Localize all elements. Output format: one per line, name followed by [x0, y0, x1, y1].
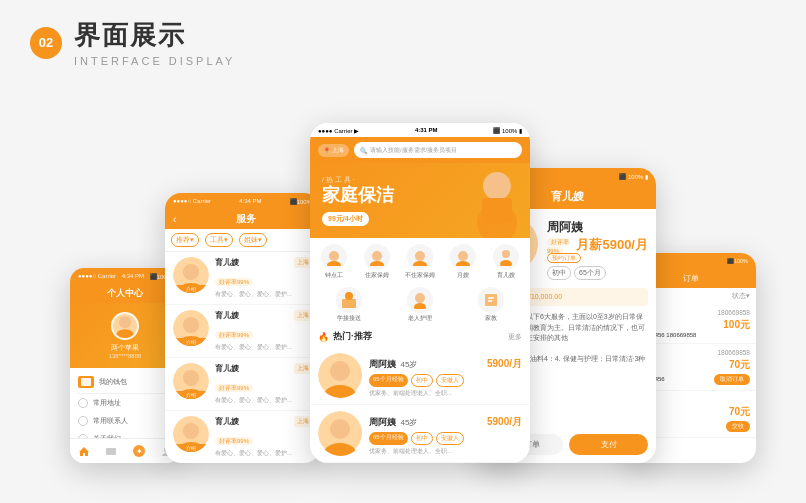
header: 02 界面展示 INTERFACE DISPLAY — [30, 18, 235, 67]
contacts-item[interactable]: 常用联系人 — [78, 412, 172, 430]
service-rating-row-4: 好评率99% — [215, 429, 312, 447]
svg-point-42 — [330, 361, 350, 381]
tutor-icon — [478, 287, 504, 313]
svg-point-36 — [415, 293, 425, 303]
phone2-header: ‹ 服务 — [165, 209, 320, 229]
service-tags-2: 有爱心、爱心、爱心、爱护... — [215, 343, 312, 352]
bottom-nav-orders[interactable]: ✦ — [132, 444, 146, 458]
worker-photo-2 — [318, 411, 363, 456]
banner-title: 家庭保洁 — [322, 185, 394, 207]
phone2-nav: ‹ 服务 — [173, 212, 312, 226]
svg-point-29 — [413, 261, 427, 266]
service-icon-tutor[interactable]: 家教 — [457, 287, 526, 322]
status-bar-1: ●●●●○ Carrier 4:34 PM ⬛100% — [70, 268, 180, 284]
banner: / 热 工 具 · 家庭保洁 99元/4小时 — [310, 163, 530, 238]
service-rating-row-3: 好评率99% — [215, 376, 312, 394]
svg-point-25 — [327, 261, 341, 266]
worker-name-age-1: 周阿姨 45岁 — [369, 353, 417, 371]
phone1-user-header: 两个苹果 138****8888 — [70, 303, 180, 368]
worker-profile-name-row: 周阿姨 月薪5900/月 — [547, 217, 648, 236]
service-icon-childcare[interactable]: 育儿嫂 — [485, 244, 526, 279]
tag-origin-1: 安徽人 — [436, 374, 464, 387]
contacts-icon — [78, 416, 88, 426]
bottom-nav-home[interactable] — [78, 446, 90, 456]
location-icon: 📍 — [323, 147, 330, 154]
wallet-item[interactable]: 我的钱包 — [78, 371, 172, 394]
phones-container: ●●●●○ Carrier 4:34 PM ⬛100% 个人中心 两个苹果 — [20, 75, 786, 483]
phone-main: ●●●● Carrier ▶ 4:31 PM ⬛ 100% ▮ 📍 上海 🔍 请… — [310, 123, 530, 463]
address-label: 常用地址 — [93, 398, 121, 408]
tab-sisters[interactable]: 姐妹▾ — [239, 233, 267, 247]
svg-point-28 — [415, 251, 425, 261]
more-link[interactable]: 更多 — [508, 332, 522, 342]
location-tag[interactable]: 📍 上海 — [318, 144, 349, 157]
search-box[interactable]: 🔍 请输入技能/服务需求/服务员项目 — [354, 142, 522, 158]
back-arrow-icon[interactable]: ‹ — [173, 214, 176, 225]
filter-button[interactable]: 状态▾ — [732, 291, 750, 301]
live-in-icon — [364, 244, 390, 270]
tag-edu-1: 初中 — [411, 374, 433, 387]
pay-button[interactable]: 支付 — [569, 434, 648, 455]
worker-name-row-2: 周阿姨 45岁 5900/月 — [369, 411, 522, 429]
address-item[interactable]: 常用地址 — [78, 394, 172, 412]
service-avatar-2: 介绍 — [173, 310, 209, 346]
service-title-row-4: 育儿嫂 上海 — [215, 416, 312, 427]
service-avatar-4: 介绍 — [173, 416, 209, 452]
bottom-nav-service[interactable] — [105, 446, 117, 456]
svg-point-10 — [183, 264, 199, 280]
banner-price: 99元/4小时 — [322, 212, 369, 226]
service-title-row-2: 育儿嫂 上海 — [215, 310, 312, 321]
rating-badge-2: 好评率99% — [215, 331, 253, 339]
svg-rect-4 — [106, 448, 116, 455]
service-icon-live-in[interactable]: 住家保姆 — [357, 244, 398, 279]
svg-point-33 — [500, 260, 512, 266]
service-rating-row-1: 好评率99% — [215, 270, 312, 288]
service-icons-row2: 学接接送 老人护理 家教 — [310, 285, 530, 326]
worker-card-1: 周阿姨 45岁 5900/月 65个月经验 初中 安徽人 优家务、前端处理老人、… — [310, 347, 530, 405]
tab-recommend[interactable]: 推荐▾ — [171, 233, 199, 247]
service-info-2: 育儿嫂 上海 好评率99% 有爱心、爱心、爱心、爱护... — [215, 310, 312, 352]
worker-photo-1 — [318, 353, 363, 398]
live-in-label: 住家保姆 — [365, 272, 389, 279]
svg-point-0 — [119, 316, 131, 328]
service-icon-hourly[interactable]: 钟点工 — [314, 244, 355, 279]
service-icon-maternity[interactable]: 月嫂 — [442, 244, 483, 279]
tutor-label: 家教 — [485, 315, 497, 322]
phone1-navbar: 个人中心 — [70, 284, 180, 303]
deliver-btn-3[interactable]: 交收 — [726, 421, 750, 432]
service-name-4: 育儿嫂 — [215, 416, 239, 427]
tag-experience-2: 65个月经验 — [369, 432, 408, 445]
service-icon-elder[interactable]: 老人护理 — [385, 287, 454, 322]
banner-content: / 热 工 具 · 家庭保洁 99元/4小时 — [322, 175, 394, 226]
location-text: 上海 — [332, 146, 344, 155]
svg-point-24 — [329, 251, 339, 261]
service-card-1: 介绍 育儿嫂 上海 好评率99% 有爱心、爱心、爱心、爱护... — [165, 252, 320, 305]
page-container: 02 界面展示 INTERFACE DISPLAY ●●●●○ Carrier … — [0, 0, 806, 503]
contacts-label: 常用联系人 — [93, 416, 128, 426]
order-id-2: 180669858 — [717, 349, 750, 356]
svg-point-16 — [183, 370, 199, 386]
worker-price-2: 5900/月 — [487, 416, 522, 427]
service-tags-3: 有爱心、爱心、爱心、爱护... — [215, 396, 312, 405]
page-title: 界面展示 — [74, 18, 235, 53]
worker-age-2: 45岁 — [400, 418, 417, 427]
service-icon-live-out[interactable]: 不住家保姆 — [400, 244, 441, 279]
tab-tools[interactable]: 工具▾ — [205, 233, 233, 247]
worker-name-age-2: 周阿姨 45岁 — [369, 411, 417, 429]
svg-point-30 — [458, 251, 468, 261]
phone2-tabs: 推荐▾ 工具▾ 姐妹▾ — [165, 229, 320, 252]
worker-name-2: 周阿姨 — [369, 417, 396, 427]
intro-label-1: 介绍 — [173, 285, 209, 293]
school-label: 学接接送 — [337, 315, 361, 322]
fire-icon: 🔥 — [318, 332, 329, 342]
search-placeholder: 请输入技能/服务需求/服务员项目 — [370, 147, 457, 154]
service-avatar-3: 介绍 — [173, 363, 209, 399]
service-tags-4: 有爱心、爱心、爱心、爱护... — [215, 449, 312, 458]
maternity-icon — [450, 244, 476, 270]
cancel-order-btn-2[interactable]: 取消订单 — [714, 374, 750, 385]
service-icon-school[interactable]: 学接接送 — [314, 287, 383, 322]
svg-marker-3 — [79, 447, 89, 456]
svg-point-21 — [483, 172, 511, 200]
user-name: 两个苹果 — [111, 343, 139, 353]
worker-profile-tags: 初中 65个月 — [547, 266, 648, 280]
